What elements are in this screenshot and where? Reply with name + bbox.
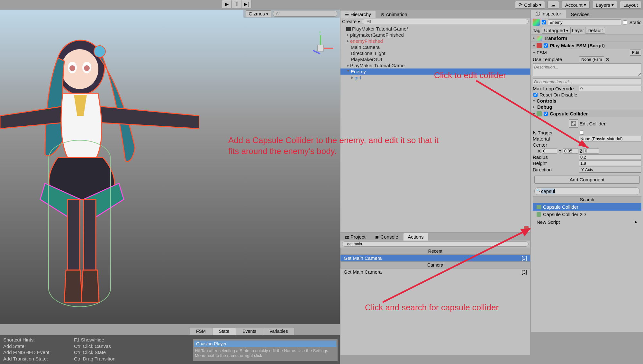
actions-search[interactable]	[342, 241, 529, 247]
fsm-tab-events[interactable]: Events	[236, 328, 263, 335]
description-field[interactable]	[533, 63, 641, 76]
tab-animation[interactable]: ⊙ Animation	[376, 11, 412, 18]
is-trigger-checkbox[interactable]	[580, 131, 584, 135]
fsm-edit-button[interactable]: Edit	[630, 50, 641, 56]
tab-services[interactable]: Services	[566, 11, 594, 18]
center-x[interactable]	[542, 148, 557, 154]
fsm-tab-state[interactable]: State	[213, 328, 236, 335]
template-dropdown[interactable]: None (Fsm	[579, 56, 604, 62]
center-y[interactable]	[563, 148, 578, 154]
reset-disable-checkbox[interactable]	[533, 93, 538, 97]
step-button[interactable]: ▶|	[241, 0, 251, 8]
play-button[interactable]: ▶	[222, 0, 232, 8]
inspector-panel: ⓘ Inspector Services Static Tag Untagged…	[531, 10, 643, 332]
capsule-collider-gizmo[interactable]	[48, 140, 111, 307]
layer-dropdown[interactable]: Default	[585, 27, 605, 34]
fsm-tab-variables[interactable]: Variables	[263, 328, 294, 335]
search-header: Search	[533, 196, 641, 203]
edit-collider-label: Edit Collider	[580, 121, 606, 126]
is-trigger-label: Is Trigger	[533, 130, 578, 135]
annotation-edit-collider: Click to edit collider	[434, 70, 506, 81]
result-new-script[interactable]: New Script▸	[533, 218, 641, 226]
tab-actions[interactable]: Actions	[403, 233, 428, 241]
edit-collider-button[interactable]	[569, 119, 578, 128]
tab-project[interactable]: ▦ Project	[340, 233, 370, 241]
annotation-main: Add a Capsule Collider to the enemy, and…	[228, 135, 440, 157]
direction-dropdown[interactable]: Y-Axis	[579, 167, 641, 173]
gizmo-y-label: y	[319, 30, 321, 34]
max-loop-label: Max Loop Override	[533, 86, 578, 91]
action-get-main-camera[interactable]: Get Main Camera[3]	[340, 268, 530, 275]
hierarchy-item[interactable]: PlayMaker Tutorial Game	[340, 62, 530, 68]
tag-label: Tag	[533, 28, 540, 33]
project-panel: ▦ Project ▣ Console Actions Recent Get M…	[340, 233, 530, 355]
playmaker-fsm-component[interactable]: Play Maker FSM (Script)	[531, 42, 643, 49]
tab-inspector[interactable]: ⓘ Inspector	[531, 10, 566, 18]
gameobject-active[interactable]	[542, 20, 546, 24]
add-component-button[interactable]: Add Component	[534, 176, 640, 184]
account-dropdown[interactable]: Account ▾	[562, 1, 590, 9]
use-template-label: Use Template	[533, 57, 578, 62]
state-inspector: Chasing Player Hit Tab after selecting a…	[193, 339, 338, 361]
svg-point-5	[84, 65, 90, 71]
max-loop-field[interactable]	[579, 86, 641, 91]
direction-label: Direction	[533, 167, 578, 172]
hierarchy-search[interactable]	[362, 19, 529, 24]
hierarchy-item[interactable]: Main Camera	[340, 44, 530, 50]
annotation-search: Click and search for capsule collider	[365, 302, 503, 313]
svg-point-3	[69, 65, 75, 71]
debug-section[interactable]: Debug	[537, 104, 552, 110]
hierarchy-item[interactable]: PlayMaker Tutorial Game*	[340, 26, 530, 32]
svg-point-10	[572, 122, 573, 123]
height-field[interactable]	[579, 160, 641, 166]
svg-point-11	[574, 124, 575, 125]
cloud-button[interactable]: ☁	[548, 1, 559, 9]
camera-header: Camera	[340, 261, 530, 268]
tab-hierarchy[interactable]: ☰ Hierarchy	[340, 11, 376, 18]
playback-controls: ▶ Ⅱ ▶|	[222, 0, 251, 8]
gameobject-icon	[533, 19, 540, 26]
height-label: Height	[533, 160, 578, 166]
pause-button[interactable]: Ⅱ	[232, 0, 241, 8]
hierarchy-item[interactable]: enemyFinished	[340, 38, 530, 44]
transform-component[interactable]: Transform	[531, 34, 643, 42]
tag-dropdown[interactable]: Untagged ▾	[542, 27, 571, 34]
result-capsule-collider[interactable]: Capsule Collider	[533, 203, 641, 211]
gameobject-name[interactable]	[548, 19, 621, 25]
recent-header: Recent	[340, 248, 530, 255]
hierarchy-item[interactable]: playmakerGameFinished	[340, 32, 530, 38]
error-indicator[interactable]	[524, 226, 529, 231]
layer-label: Layer	[572, 28, 584, 33]
character-model[interactable]	[0, 26, 199, 305]
doc-url-field[interactable]	[533, 78, 641, 85]
center-z[interactable]	[584, 148, 599, 154]
hierarchy-item[interactable]: PlayMakerGUI	[340, 56, 530, 62]
fsm-tabs: FSMStateEventsVariables	[190, 328, 294, 335]
capsule-collider-component[interactable]: Capsule Collider	[531, 110, 643, 117]
static-checkbox[interactable]	[623, 20, 627, 24]
gizmos-dropdown[interactable]: Gizmos ▾	[246, 10, 271, 17]
collab-dropdown[interactable]: ⟳Collab ▾	[515, 1, 545, 9]
state-title[interactable]: Chasing Player	[194, 341, 336, 347]
radius-field[interactable]	[579, 154, 641, 160]
tab-console[interactable]: ▣ Console	[371, 233, 403, 241]
svg-point-1	[61, 49, 98, 89]
layers-dropdown[interactable]: Layers ▾	[592, 1, 617, 9]
fsm-label: FSM	[537, 50, 629, 55]
orientation-gizmo[interactable]: y	[308, 35, 333, 61]
scene-view[interactable]: Gizmos ▾ y	[0, 10, 340, 324]
hierarchy-panel: ☰ Hierarchy ⊙ Animation Create ▾ PlayMak…	[340, 10, 530, 232]
scene-search[interactable]	[273, 11, 337, 17]
controls-section[interactable]: Controls	[537, 98, 557, 104]
reset-disable-label: Reset On Disable	[539, 92, 577, 97]
fsm-tab-fsm[interactable]: FSM	[190, 328, 213, 335]
layout-dropdown[interactable]: Layout	[620, 1, 641, 9]
state-hint: Hit Tab after selecting a State to quick…	[194, 347, 336, 359]
material-field[interactable]	[579, 136, 641, 141]
component-search[interactable]: capsul	[534, 187, 640, 195]
action-get-main-camera-recent[interactable]: Get Main Camera[3]	[340, 255, 530, 261]
result-capsule-collider-2d[interactable]: Capsule Collider 2D	[533, 211, 641, 218]
material-label: Material	[533, 136, 578, 141]
create-dropdown[interactable]: Create ▾	[342, 19, 360, 24]
hierarchy-item[interactable]: Directional Light	[340, 50, 530, 56]
